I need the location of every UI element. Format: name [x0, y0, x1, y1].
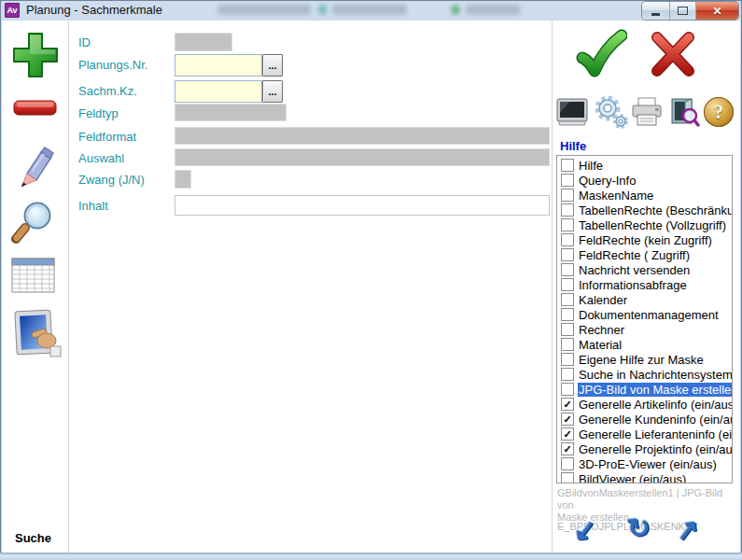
help-option-label: FeldRechte ( Zugriff): [578, 248, 691, 262]
help-option-checkbox[interactable]: [561, 457, 574, 470]
help-option[interactable]: ✓ Generelle Kundeninfo (ein/aus): [557, 412, 732, 427]
table-icon: [11, 258, 56, 295]
help-option-checkbox[interactable]: [561, 353, 574, 366]
help-option[interactable]: 3D-ProE-Viewer (ein/aus): [557, 456, 732, 471]
touch-select-button[interactable]: [9, 308, 62, 362]
next-record-button[interactable]: ↗: [674, 511, 702, 547]
help-option-checkbox[interactable]: ✓: [561, 398, 574, 411]
add-record-button[interactable]: [10, 30, 61, 80]
help-option[interactable]: FeldRechte (kein Zugriff): [557, 232, 732, 247]
help-option-checkbox[interactable]: [561, 233, 574, 246]
help-option-label: FeldRechte (kein Zugriff): [578, 233, 713, 247]
document-search-button[interactable]: [668, 96, 700, 128]
field-label-sachmkz: Sachm.Kz.: [78, 84, 137, 98]
help-option[interactable]: MaskenName: [557, 188, 732, 203]
help-option-label: Query-Info: [578, 174, 637, 188]
search-button[interactable]: [9, 200, 56, 246]
help-option-label: Eigene Hilfe zur Maske: [578, 353, 705, 367]
sidebar-footer-label: Suche: [15, 531, 51, 545]
print-button[interactable]: [631, 97, 663, 127]
help-option[interactable]: Hilfe: [557, 158, 732, 173]
prev-record-button[interactable]: ↙: [571, 511, 599, 547]
help-option-checkbox[interactable]: ✓: [561, 413, 574, 426]
help-option[interactable]: TabellenRechte (Vollzugriff): [557, 217, 732, 232]
archive-magnifier-icon: [668, 96, 700, 128]
green-check-icon: [575, 28, 627, 80]
refresh-button[interactable]: ↻: [625, 510, 653, 545]
help-option-label: Kalender: [578, 293, 628, 307]
planungsnr-field[interactable]: [175, 54, 262, 77]
form-area: ID Planungs.Nr. ... Sachm.Kz. ... Feldty…: [69, 21, 552, 553]
table-view-button[interactable]: [11, 258, 56, 295]
help-option-label: Generelle Lieferanteninfo (ein/aus): [578, 427, 733, 441]
help-option-checkbox[interactable]: [561, 383, 574, 396]
help-option-label: Dokumentenmanagement: [578, 308, 720, 322]
help-option[interactable]: BildViewer (ein/aus): [557, 471, 732, 483]
help-option-checkbox[interactable]: [561, 248, 574, 261]
help-option-checkbox[interactable]: [561, 159, 574, 172]
client-area: Suche ID Planungs.Nr. ... Sachm.Kz. ... …: [2, 21, 740, 553]
planungsnr-browse-button[interactable]: ...: [262, 54, 283, 77]
help-option-label: JPG-Bild von Maske erstellen: [578, 383, 733, 397]
help-option-label: 3D-ProE-Viewer (ein/aus): [578, 457, 718, 471]
help-options-list: Hilfe Query-Info MaskenName TabellenRech…: [556, 155, 733, 483]
help-option[interactable]: ✓ Generelle Artikelinfo (ein/aus): [557, 397, 732, 412]
sachmkz-browse-button[interactable]: ...: [262, 80, 283, 103]
help-option-label: Rechner: [578, 323, 625, 337]
help-option-checkbox[interactable]: [561, 293, 574, 306]
help-option[interactable]: TabellenRechte (Beschränkung): [557, 203, 732, 217]
delete-record-button[interactable]: [13, 99, 58, 118]
help-option-checkbox[interactable]: [561, 472, 574, 483]
maximize-button[interactable]: [670, 2, 696, 20]
edit-record-button[interactable]: [9, 140, 58, 192]
help-option-label: BildViewer (ein/aus): [578, 472, 687, 484]
help-option-label: Material: [578, 338, 623, 352]
help-option-checkbox[interactable]: [561, 189, 574, 202]
settings-button[interactable]: [594, 95, 629, 129]
background-window-blur: [332, 5, 407, 15]
help-option[interactable]: Query-Info: [557, 173, 732, 188]
help-option[interactable]: ✓ Generelle Projektinfo (ein/aus): [557, 441, 732, 456]
minimize-button[interactable]: [642, 2, 670, 20]
help-option[interactable]: Informationsabfrage: [557, 277, 732, 292]
help-option-checkbox[interactable]: [561, 308, 574, 321]
help-option-checkbox[interactable]: [561, 368, 574, 381]
field-label-id: ID: [78, 35, 91, 49]
field-label-auswahl: Auswahl: [78, 151, 124, 165]
help-button[interactable]: ?: [704, 97, 734, 127]
help-option-checkbox[interactable]: [561, 263, 574, 276]
sachmkz-field[interactable]: [175, 80, 262, 103]
help-option-label: Generelle Kundeninfo (ein/aus): [578, 413, 733, 427]
background-window-blur: [466, 5, 520, 15]
help-option[interactable]: Material: [557, 337, 732, 352]
help-option-label: Hilfe: [578, 159, 604, 173]
cancel-button[interactable]: [650, 32, 696, 77]
zwang-field: [175, 170, 191, 189]
help-option-checkbox[interactable]: ✓: [561, 442, 574, 455]
help-option[interactable]: Suche in Nachrichtensystem speicl: [557, 367, 732, 382]
help-option[interactable]: ✓ Generelle Lieferanteninfo (ein/aus): [557, 427, 732, 441]
window-title: Planung - Sachmerkmale: [26, 3, 162, 17]
maximize-icon: [678, 7, 688, 15]
help-option[interactable]: Rechner: [557, 322, 732, 337]
inhalt-field[interactable]: [175, 195, 550, 216]
help-option-checkbox[interactable]: [561, 338, 574, 351]
screen-capture-button[interactable]: [556, 97, 588, 127]
help-option-checkbox[interactable]: [561, 323, 574, 336]
help-option[interactable]: Dokumentenmanagement: [557, 307, 732, 322]
help-option-checkbox[interactable]: [561, 203, 574, 217]
feldtyp-field: [175, 104, 287, 121]
close-button[interactable]: ✕: [696, 2, 738, 20]
help-option-checkbox[interactable]: ✓: [561, 427, 574, 441]
ok-button[interactable]: [575, 28, 627, 80]
help-option[interactable]: Eigene Hilfe zur Maske: [557, 352, 732, 367]
help-option-checkbox[interactable]: [561, 174, 574, 187]
magnifier-icon: [9, 200, 56, 246]
help-option[interactable]: Nachricht versenden: [557, 262, 732, 277]
help-option-checkbox[interactable]: [561, 218, 574, 231]
help-option[interactable]: JPG-Bild von Maske erstellen: [557, 382, 732, 397]
help-option[interactable]: Kalender: [557, 292, 732, 307]
help-option-checkbox[interactable]: [561, 278, 574, 291]
help-option[interactable]: FeldRechte ( Zugriff): [557, 247, 732, 262]
window-bottom-frame: [0, 553, 742, 560]
